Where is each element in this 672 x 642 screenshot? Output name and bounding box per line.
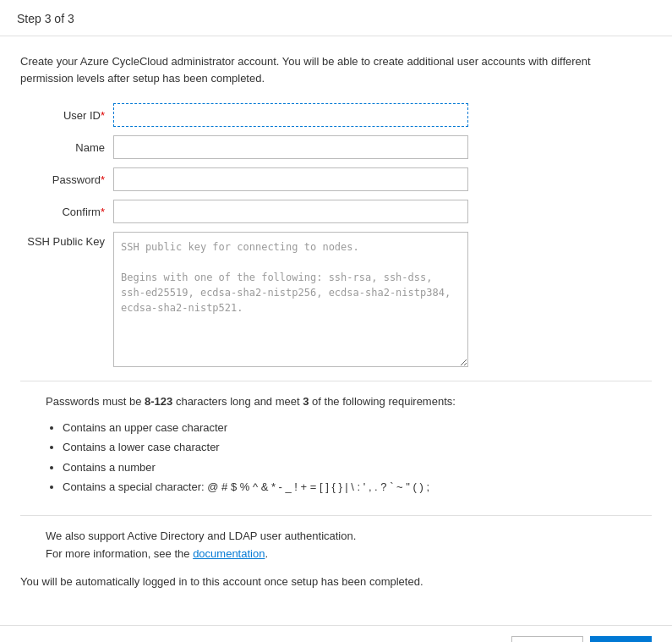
list-item: Contains a number — [63, 458, 652, 477]
auto-login-text: You will be automatically logged in to t… — [20, 573, 652, 590]
name-row: Name — [20, 135, 652, 159]
password-label: Password* — [20, 173, 113, 186]
list-item: Contains a special character: @ # $ % ^ … — [63, 477, 652, 497]
step-title: Step 3 of 3 — [17, 12, 74, 25]
password-required-star: * — [101, 173, 105, 186]
footer-buttons: Previous Done — [0, 625, 672, 642]
ldap-text-1: We also support Active Directory and LDA… — [20, 528, 652, 546]
ssh-textarea[interactable] — [113, 232, 468, 367]
name-label: Name — [20, 141, 113, 154]
user-id-input[interactable] — [113, 103, 468, 127]
confirm-input[interactable] — [113, 200, 468, 223]
password-policy-text: Passwords must be 8-123 characters long … — [20, 393, 652, 411]
ssh-row: SSH Public Key — [20, 232, 652, 367]
form-section: User ID* Name Password* Confirm* — [20, 103, 652, 367]
confirm-label: Confirm* — [20, 206, 113, 218]
list-item: Contains a lower case character — [63, 437, 652, 457]
user-id-row: User ID* — [20, 103, 652, 127]
ldap-section: We also support Active Directory and LDA… — [20, 515, 652, 601]
confirm-row: Confirm* — [20, 200, 652, 223]
password-row: Password* — [20, 167, 652, 191]
documentation-link[interactable]: documentation — [193, 547, 265, 560]
password-policy-section: Passwords must be 8-123 characters long … — [20, 381, 652, 508]
main-content: Create your Azure CycleCloud administrat… — [0, 36, 672, 625]
ssh-label: SSH Public Key — [20, 232, 113, 248]
ldap-text-2: For more information, see the documentat… — [20, 546, 652, 563]
name-input[interactable] — [113, 135, 468, 159]
user-id-required-star: * — [101, 109, 105, 122]
previous-button[interactable]: Previous — [511, 636, 583, 642]
user-id-label: User ID* — [20, 109, 113, 122]
list-item: Contains an upper case character — [63, 418, 652, 437]
step-header: Step 3 of 3 — [0, 0, 672, 36]
password-range: 8-123 — [145, 395, 172, 408]
password-requirements-list: Contains an upper case character Contain… — [20, 418, 652, 497]
description-text: Create your Azure CycleCloud administrat… — [20, 53, 629, 86]
confirm-required-star: * — [101, 206, 105, 218]
done-button[interactable]: Done — [590, 636, 652, 642]
page-container: Step 3 of 3 Create your Azure CycleCloud… — [0, 0, 672, 642]
password-input[interactable] — [113, 167, 468, 191]
